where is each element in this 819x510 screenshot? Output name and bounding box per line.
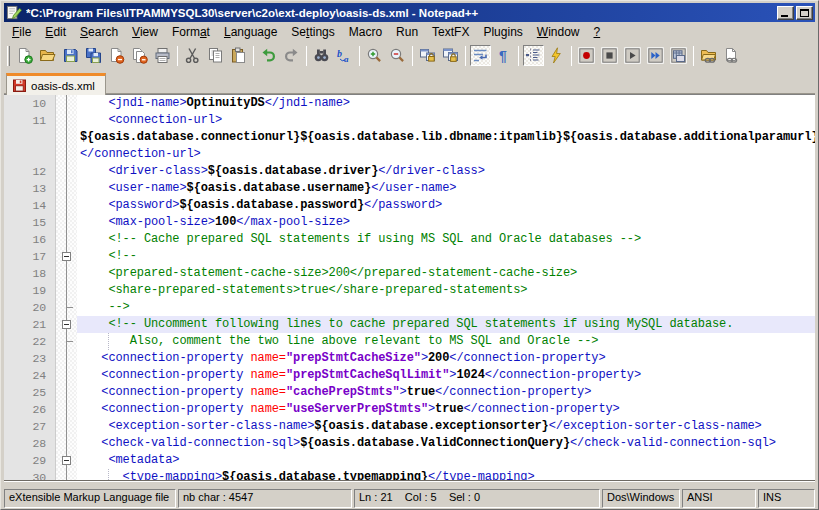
code-text[interactable]: <type-mapping>${oasis.database.typemappi… — [77, 469, 815, 480]
editor-line-21[interactable]: 21 <!-- Uncomment following lines to cac… — [4, 316, 815, 333]
menu-item-settings[interactable]: Settings — [284, 23, 341, 41]
editor-line-wrap[interactable]: </connection-url> — [4, 146, 815, 163]
maximize-button[interactable] — [796, 6, 813, 20]
print-button[interactable] — [152, 45, 173, 66]
fold-collapse-icon[interactable] — [62, 456, 71, 465]
sync-scroll-vertical-button[interactable] — [417, 45, 438, 66]
editor-line-wrap[interactable]: ${oasis.database.connectionurl}${oasis.d… — [4, 129, 815, 146]
code-text[interactable]: <prepared-statement-cache-size>200</prep… — [77, 265, 815, 282]
menu-item-run[interactable]: Run — [389, 23, 425, 41]
menu-item-window[interactable]: Window — [530, 23, 587, 41]
redo-button[interactable] — [281, 45, 302, 66]
editor-line-23[interactable]: 23 <connection-property name="prepStmtCa… — [4, 350, 815, 367]
function-completion-button[interactable] — [546, 45, 567, 66]
editor-line-13[interactable]: 13 <user-name>${oasis.database.username}… — [4, 180, 815, 197]
editor-line-22[interactable]: 22 Also, comment the two line above rele… — [4, 333, 815, 350]
editor-line-26[interactable]: 26 <connection-property name="useServerP… — [4, 401, 815, 418]
code-text[interactable]: <metadata> — [77, 452, 815, 469]
sync-scroll-horizontal-button[interactable] — [440, 45, 461, 66]
editor-line-18[interactable]: 18 <prepared-statement-cache-size>200</p… — [4, 265, 815, 282]
editor-line-17[interactable]: 17 <!-- — [4, 248, 815, 265]
macro-stop-button[interactable] — [599, 45, 620, 66]
cut-button[interactable] — [182, 45, 203, 66]
editor-line-27[interactable]: 27 <exception-sorter-class-name>${oasis.… — [4, 418, 815, 435]
menu-item-view[interactable]: View — [125, 23, 165, 41]
tab-oasis-ds-xml[interactable]: oasis-ds.xml — [6, 73, 106, 95]
indent-guide-button[interactable] — [523, 45, 544, 66]
editor-line-12[interactable]: 12 <driver-class>${oasis.database.driver… — [4, 163, 815, 180]
fold-margin[interactable] — [56, 452, 77, 469]
code-text[interactable]: --> — [77, 299, 815, 316]
editor-line-28[interactable]: 28 <check-valid-connection-sql>${oasis.d… — [4, 435, 815, 452]
editor-line-15[interactable]: 15 <max-pool-size>100</max-pool-size> — [4, 214, 815, 231]
menu-item-edit[interactable]: Edit — [38, 23, 73, 41]
copy-button[interactable] — [205, 45, 226, 66]
paste-button[interactable] — [228, 45, 249, 66]
undo-button[interactable] — [258, 45, 279, 66]
editor-line-30[interactable]: 30 <type-mapping>${oasis.database.typema… — [4, 469, 815, 480]
zoom-out-button[interactable] — [387, 45, 408, 66]
macro-record-button[interactable] — [576, 45, 597, 66]
show-all-characters-button[interactable]: ¶ — [493, 45, 514, 66]
code-text[interactable]: <connection-property name="useServerPrep… — [77, 401, 815, 418]
code-text[interactable]: <connection-property name="cachePrepStmt… — [77, 384, 815, 401]
editor-line-20[interactable]: 20 --> — [4, 299, 815, 316]
code-text[interactable]: <share-prepared-statements>true</share-p… — [77, 282, 815, 299]
toolbar-grip[interactable] — [7, 46, 10, 66]
menu-item-textfx[interactable]: TextFX — [425, 23, 476, 41]
document-link-button[interactable] — [721, 45, 742, 66]
code-text[interactable]: <!-- Cache prepared SQL statements if us… — [77, 231, 815, 248]
code-text[interactable]: <jndi-name>OptinuityDS</jndi-name> — [77, 95, 815, 112]
macro-save-button[interactable] — [668, 45, 689, 66]
menu-item-macro[interactable]: Macro — [342, 23, 389, 41]
fold-margin[interactable] — [56, 316, 77, 333]
save-all-button[interactable] — [83, 45, 104, 66]
open-file-button[interactable] — [37, 45, 58, 66]
close-all-button[interactable] — [129, 45, 150, 66]
new-file-button[interactable] — [14, 45, 35, 66]
folder-link-button[interactable] — [698, 45, 719, 66]
code-text[interactable]: <exception-sorter-class-name>${oasis.dat… — [77, 418, 815, 435]
code-text[interactable]: <password>${oasis.database.password}</pa… — [77, 197, 815, 214]
word-wrap-button[interactable] — [470, 45, 491, 66]
editor-line-19[interactable]: 19 <share-prepared-statements>true</shar… — [4, 282, 815, 299]
editor-line-24[interactable]: 24 <connection-property name="prepStmtCa… — [4, 367, 815, 384]
editor-line-14[interactable]: 14 <password>${oasis.database.password}<… — [4, 197, 815, 214]
code-text[interactable]: <connection-property name="prepStmtCache… — [77, 350, 815, 367]
menu-item-language[interactable]: Language — [217, 23, 284, 41]
code-text[interactable]: <driver-class>${oasis.database.driver}</… — [77, 163, 815, 180]
macro-playback-button[interactable] — [622, 45, 643, 66]
code-text[interactable]: </connection-url> — [77, 146, 815, 163]
code-text[interactable]: <max-pool-size>100</max-pool-size> — [77, 214, 815, 231]
fold-collapse-icon[interactable] — [62, 320, 71, 329]
menu-item-help[interactable]: ? — [587, 23, 608, 41]
editor-line-25[interactable]: 25 <connection-property name="cachePrepS… — [4, 384, 815, 401]
code-text[interactable]: <check-valid-connection-sql>${oasis.data… — [77, 435, 815, 452]
code-text[interactable]: <connection-property name="prepStmtCache… — [77, 367, 815, 384]
fold-collapse-icon[interactable] — [62, 252, 71, 261]
close-button[interactable] — [106, 45, 127, 66]
menu-item-file[interactable]: File — [5, 23, 38, 41]
editor-line-10[interactable]: 10 <jndi-name>OptinuityDS</jndi-name> — [4, 95, 815, 112]
menu-item-search[interactable]: Search — [73, 23, 125, 41]
fold-margin[interactable] — [56, 248, 77, 265]
menu-item-plugins[interactable]: Plugins — [476, 23, 529, 41]
word-wrap-icon — [472, 47, 489, 64]
minimize-button[interactable] — [777, 6, 794, 20]
editor-line-29[interactable]: 29 <metadata> — [4, 452, 815, 469]
code-text[interactable]: ${oasis.database.connectionurl}${oasis.d… — [77, 129, 815, 146]
editor[interactable]: 10 <jndi-name>OptinuityDS</jndi-name>11 … — [4, 94, 815, 480]
save-button[interactable] — [60, 45, 81, 66]
menu-item-format[interactable]: Format — [165, 23, 217, 41]
editor-line-11[interactable]: 11 <connection-url> — [4, 112, 815, 129]
code-text[interactable]: <!-- Uncomment following lines to cache … — [77, 316, 815, 333]
editor-line-16[interactable]: 16 <!-- Cache prepared SQL statements if… — [4, 231, 815, 248]
code-text[interactable]: Also, comment the two line above relevan… — [77, 333, 815, 350]
replace-button[interactable]: ba — [334, 45, 355, 66]
code-text[interactable]: <user-name>${oasis.database.username}</u… — [77, 180, 815, 197]
zoom-in-button[interactable] — [364, 45, 385, 66]
macro-run-multiple-button[interactable] — [645, 45, 666, 66]
code-text[interactable]: <connection-url> — [77, 112, 815, 129]
find-button[interactable] — [311, 45, 332, 66]
code-text[interactable]: <!-- — [77, 248, 815, 265]
